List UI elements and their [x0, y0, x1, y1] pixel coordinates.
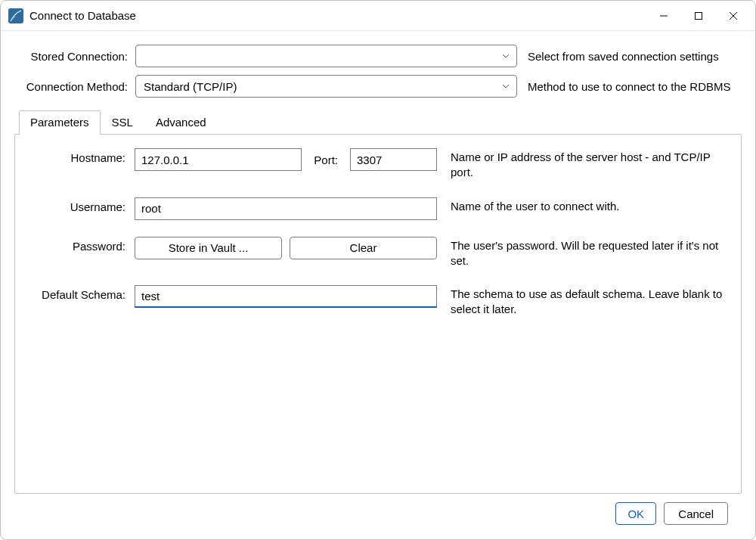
username-desc: Name of the user to connect with. — [437, 197, 727, 214]
port-input[interactable] — [350, 148, 437, 171]
svg-rect-2 — [696, 12, 702, 19]
maximize-button[interactable] — [681, 4, 716, 28]
clear-password-button[interactable]: Clear — [290, 237, 437, 259]
cancel-button[interactable]: Cancel — [664, 502, 728, 525]
tab-advanced[interactable]: Advanced — [144, 110, 218, 135]
window-title: Connect to Database — [29, 9, 136, 22]
minimize-button[interactable] — [646, 4, 681, 28]
username-input[interactable] — [135, 197, 437, 220]
stored-connection-desc: Select from saved connection settings — [525, 50, 742, 63]
chevron-down-icon — [501, 82, 510, 91]
hostname-input[interactable] — [135, 148, 302, 171]
connection-method-desc: Method to use to connect to the RDBMS — [525, 80, 742, 93]
stored-connection-label: Stored Connection: — [14, 50, 128, 63]
app-icon — [8, 8, 23, 23]
default-schema-label: Default Schema: — [29, 285, 135, 301]
password-label: Password: — [29, 237, 135, 253]
tabs: Parameters SSL Advanced — [14, 110, 742, 135]
default-schema-input[interactable] — [135, 285, 437, 308]
close-button[interactable] — [716, 4, 751, 28]
hostname-desc: Name or IP address of the server host - … — [437, 148, 727, 181]
ok-button[interactable]: OK — [615, 502, 656, 525]
connection-method-value: Standard (TCP/IP) — [144, 80, 237, 93]
chevron-down-icon — [501, 51, 510, 61]
tab-ssl[interactable]: SSL — [101, 110, 144, 135]
username-label: Username: — [29, 197, 135, 213]
password-desc: The user's password. Will be requested l… — [437, 237, 727, 269]
titlebar: Connect to Database — [1, 1, 755, 31]
dialog-footer: OK Cancel — [14, 494, 742, 533]
port-label: Port: — [314, 154, 338, 166]
connection-method-label: Connection Method: — [14, 80, 128, 93]
connection-method-select[interactable]: Standard (TCP/IP) — [135, 75, 517, 98]
store-in-vault-button[interactable]: Store in Vault ... — [135, 237, 282, 259]
hostname-label: Hostname: — [29, 148, 135, 164]
default-schema-desc: The schema to use as default schema. Lea… — [437, 285, 727, 318]
stored-connection-select[interactable] — [135, 45, 517, 67]
tab-panel-parameters: Hostname: Port: Name or IP address of th… — [14, 134, 742, 494]
tab-parameters[interactable]: Parameters — [19, 110, 101, 135]
connect-to-database-dialog: Connect to Database Stored Connection: S… — [0, 0, 756, 540]
